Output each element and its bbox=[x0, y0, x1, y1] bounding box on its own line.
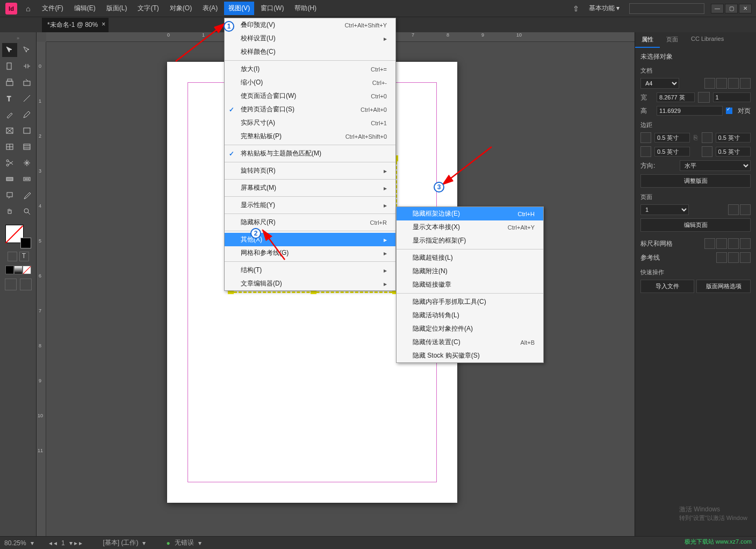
selection-tool[interactable] bbox=[2, 43, 17, 57]
rectangle-tool[interactable] bbox=[19, 124, 34, 138]
page-tool[interactable] bbox=[2, 59, 17, 73]
menu-item[interactable]: 实际尺寸(A)Ctrl+1 bbox=[225, 116, 395, 130]
menu-item[interactable]: 屏幕模式(M)▸ bbox=[225, 181, 395, 195]
zoom-level[interactable]: 80.25% bbox=[4, 539, 26, 547]
note-tool[interactable] bbox=[2, 188, 17, 202]
menu-item[interactable]: 隐藏传送装置(C)Alt+B bbox=[397, 336, 543, 349]
workspace-select[interactable]: 基本功能 ▾ bbox=[586, 3, 623, 14]
view-mode-preview[interactable] bbox=[20, 279, 32, 290]
menu-type[interactable]: 文字(T) bbox=[133, 2, 163, 15]
tab-cc-libraries[interactable]: CC Libraries bbox=[685, 32, 730, 48]
grid-icon-4[interactable] bbox=[740, 238, 751, 249]
gap-tool[interactable] bbox=[19, 59, 34, 73]
type-tool[interactable]: T bbox=[2, 91, 17, 105]
close-icon[interactable]: × bbox=[102, 20, 105, 28]
menu-item[interactable]: 缩小(O)Ctrl+- bbox=[225, 76, 395, 89]
menu-item[interactable]: 叠印预览(V)Ctrl+Alt+Shift+Y bbox=[225, 18, 395, 32]
eyedropper-tool[interactable] bbox=[19, 188, 34, 202]
menu-table[interactable]: 表(A) bbox=[198, 2, 222, 15]
menu-item[interactable]: 显示性能(Y)▸ bbox=[225, 198, 395, 212]
menu-item[interactable]: 完整粘贴板(P)Ctrl+Alt+Shift+0 bbox=[225, 130, 395, 143]
hand-tool[interactable] bbox=[2, 204, 17, 218]
view-mode-normal[interactable] bbox=[5, 279, 17, 290]
facing-pages-checkbox[interactable] bbox=[726, 108, 732, 114]
layout-grid-button[interactable]: 版面网格选项 bbox=[696, 280, 750, 293]
pages-input[interactable] bbox=[713, 92, 751, 102]
apply-gradient-icon[interactable] bbox=[14, 266, 23, 274]
menu-item[interactable]: ✓使跨页适合窗口(S)Ctrl+Alt+0 bbox=[225, 103, 395, 116]
menu-item[interactable]: 放大(I)Ctrl+= bbox=[225, 62, 395, 76]
close-button[interactable]: ✕ bbox=[739, 4, 752, 13]
orientation-select[interactable]: 水平 bbox=[680, 160, 751, 171]
page-indicator[interactable]: 1 bbox=[61, 539, 65, 547]
guides-icon-1[interactable] bbox=[716, 252, 727, 263]
fill-stroke-swatch[interactable] bbox=[5, 225, 31, 248]
formatting-text-icon[interactable]: T bbox=[19, 252, 29, 261]
menu-object[interactable]: 对象(O) bbox=[165, 2, 196, 15]
search-input[interactable] bbox=[629, 3, 704, 14]
margin-right-input[interactable] bbox=[716, 147, 751, 156]
menu-item[interactable]: 隐藏框架边缘(E)Ctrl+H bbox=[397, 207, 543, 220]
pen-tool[interactable] bbox=[2, 108, 17, 122]
page-nav-icon-2[interactable] bbox=[740, 204, 751, 215]
menu-view[interactable]: 视图(V) bbox=[224, 2, 254, 15]
menu-help[interactable]: 帮助(H) bbox=[290, 2, 321, 15]
menu-item[interactable]: 使页面适合窗口(W)Ctrl+0 bbox=[225, 89, 395, 103]
menu-item[interactable]: 隐藏内容手形抓取工具(C) bbox=[397, 295, 543, 309]
menu-item[interactable]: 隐藏标尺(R)Ctrl+R bbox=[225, 216, 395, 229]
menu-item[interactable]: 显示文本串接(X)Ctrl+Alt+Y bbox=[397, 220, 543, 234]
menu-item[interactable]: 文章编辑器(D)▸ bbox=[225, 277, 395, 290]
menu-item[interactable]: 隐藏 Stock 购买徽章(S) bbox=[397, 349, 543, 362]
tab-pages[interactable]: 页面 bbox=[660, 32, 685, 48]
orientation-landscape-icon[interactable] bbox=[716, 78, 727, 89]
menu-item[interactable]: ✓将粘贴板与主题颜色匹配(M) bbox=[225, 147, 395, 160]
margin-left-input[interactable] bbox=[716, 133, 751, 142]
gradient-feather-tool[interactable] bbox=[19, 172, 34, 186]
gradient-swatch-tool[interactable] bbox=[2, 172, 17, 186]
line-tool[interactable] bbox=[19, 91, 34, 105]
rectangle-frame-tool[interactable] bbox=[2, 124, 17, 138]
page-nav-icon-1[interactable] bbox=[728, 204, 739, 215]
content-placer-tool[interactable] bbox=[19, 75, 34, 89]
pages-icon[interactable] bbox=[698, 92, 710, 103]
direct-selection-tool[interactable] bbox=[19, 43, 34, 57]
zoom-tool[interactable] bbox=[19, 204, 34, 218]
page-number-select[interactable]: 1 bbox=[640, 204, 689, 215]
page-size-select[interactable]: A4 bbox=[640, 78, 679, 89]
profile-label[interactable]: [基本] (工作) bbox=[103, 538, 138, 547]
height-input[interactable] bbox=[657, 106, 723, 116]
doc-tab[interactable]: *未命名-1 @ 80% × bbox=[42, 18, 109, 32]
width-input[interactable] bbox=[657, 92, 695, 102]
tab-properties[interactable]: 属性 bbox=[635, 32, 660, 48]
menu-item[interactable]: 隐藏附注(N) bbox=[397, 265, 543, 278]
maximize-button[interactable]: ▢ bbox=[725, 4, 738, 13]
guides-icon-3[interactable] bbox=[740, 252, 751, 263]
apply-color-icon[interactable] bbox=[5, 266, 14, 274]
stroke-swatch[interactable] bbox=[20, 238, 31, 248]
grid-icon-1[interactable] bbox=[704, 238, 715, 249]
page-icon-2[interactable] bbox=[740, 78, 751, 89]
apply-none-icon[interactable] bbox=[23, 266, 31, 274]
menu-item[interactable]: 隐藏链接徽章 bbox=[397, 278, 543, 291]
grid-icon-2[interactable] bbox=[716, 238, 727, 249]
pencil-tool[interactable] bbox=[19, 108, 34, 122]
guides-icon-2[interactable] bbox=[728, 252, 739, 263]
import-file-button[interactable]: 导入文件 bbox=[640, 280, 694, 293]
margin-top-input[interactable] bbox=[654, 133, 690, 142]
menu-item[interactable]: 校样颜色(C) bbox=[225, 45, 395, 59]
formatting-container-icon[interactable] bbox=[8, 252, 17, 261]
home-icon[interactable]: ⌂ bbox=[26, 4, 30, 13]
edit-page-button[interactable]: 编辑页面 bbox=[640, 218, 751, 232]
menu-item[interactable]: 隐藏超链接(L) bbox=[397, 251, 543, 265]
table-tool-1[interactable] bbox=[2, 140, 17, 154]
menu-item[interactable]: 显示指定的框架(F) bbox=[397, 234, 543, 247]
content-collector-tool[interactable] bbox=[2, 75, 17, 89]
menu-item[interactable]: 隐藏定位对象控件(A) bbox=[397, 322, 543, 336]
page-icon-1[interactable] bbox=[728, 78, 739, 89]
transform-tool[interactable] bbox=[19, 156, 34, 170]
adjust-layout-button[interactable]: 调整版面 bbox=[640, 174, 751, 188]
menu-layout[interactable]: 版面(L) bbox=[102, 2, 132, 15]
menu-item[interactable]: 校样设置(U)▸ bbox=[225, 32, 395, 45]
margin-bottom-input[interactable] bbox=[654, 147, 690, 156]
share-icon[interactable]: ⇧ bbox=[573, 4, 579, 13]
